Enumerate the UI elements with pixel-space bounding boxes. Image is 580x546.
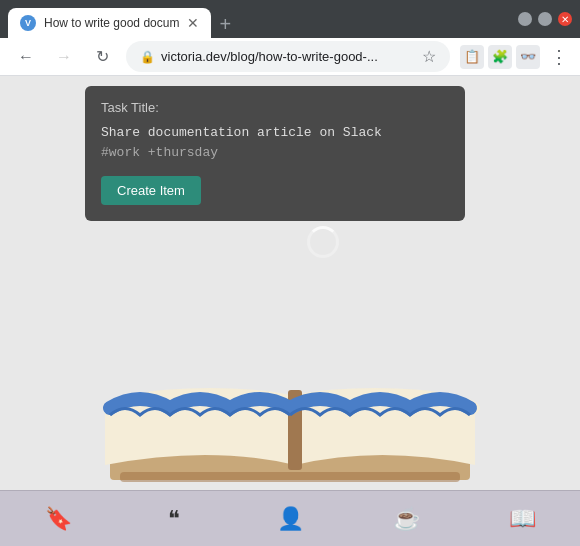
bottom-toolbar: 🔖 ❝ 👤 ☕ 📖 (0, 490, 580, 546)
book-illustration (0, 290, 580, 490)
title-bar: V How to write good docum ✕ + — ✕ (0, 0, 580, 38)
ext-icon-puzzle[interactable]: 🧩 (488, 45, 512, 69)
refresh-button[interactable]: ↻ (88, 43, 116, 71)
forward-button[interactable]: → (50, 43, 78, 71)
popup-task-text: Share documentation article on Slack #wo… (101, 123, 449, 162)
task-popup: Task Title: Share documentation article … (85, 86, 465, 221)
address-bar: ← → ↻ 🔒 victoria.dev/blog/how-to-write-g… (0, 38, 580, 76)
toolbar-book-button[interactable]: 📖 (498, 495, 546, 543)
popup-label: Task Title: (101, 100, 449, 115)
task-tags: #work +thursday (101, 145, 218, 160)
toolbar-user-button[interactable]: 👤 (266, 495, 314, 543)
tab-area: V How to write good docum ✕ + (8, 0, 514, 38)
active-tab[interactable]: V How to write good docum ✕ (8, 8, 211, 38)
bookmark-star-icon[interactable]: ☆ (422, 47, 436, 66)
create-item-button[interactable]: Create Item (101, 176, 201, 205)
ext-icon-clipboard[interactable]: 📋 (460, 45, 484, 69)
tab-favicon: V (20, 15, 36, 31)
page-content: Task Title: Share documentation article … (0, 76, 580, 490)
book-svg (80, 290, 500, 490)
task-line1: Share documentation article on Slack (101, 125, 382, 140)
window-controls: — ✕ (518, 12, 572, 26)
address-input[interactable]: 🔒 victoria.dev/blog/how-to-write-good-..… (126, 41, 450, 72)
svg-rect-4 (120, 472, 460, 482)
close-button[interactable]: ✕ (558, 12, 572, 26)
back-button[interactable]: ← (12, 43, 40, 71)
maximize-button[interactable] (538, 12, 552, 26)
ext-icon-glasses[interactable]: 👓 (516, 45, 540, 69)
tab-title: How to write good docum (44, 16, 179, 30)
extension-icons: 📋 🧩 👓 (460, 45, 540, 69)
popup-actions: Create Item (101, 176, 449, 205)
minimize-button[interactable]: — (518, 12, 532, 26)
loading-spinner (307, 226, 339, 258)
toolbar-quote-button[interactable]: ❝ (150, 495, 198, 543)
url-text: victoria.dev/blog/how-to-write-good-... (161, 49, 416, 64)
browser-menu-button[interactable]: ⋮ (550, 46, 568, 68)
toolbar-bookmark-button[interactable]: 🔖 (34, 495, 82, 543)
lock-icon: 🔒 (140, 50, 155, 64)
toolbar-coffee-button[interactable]: ☕ (382, 495, 430, 543)
new-tab-button[interactable]: + (211, 10, 239, 38)
tab-close-button[interactable]: ✕ (187, 16, 199, 30)
